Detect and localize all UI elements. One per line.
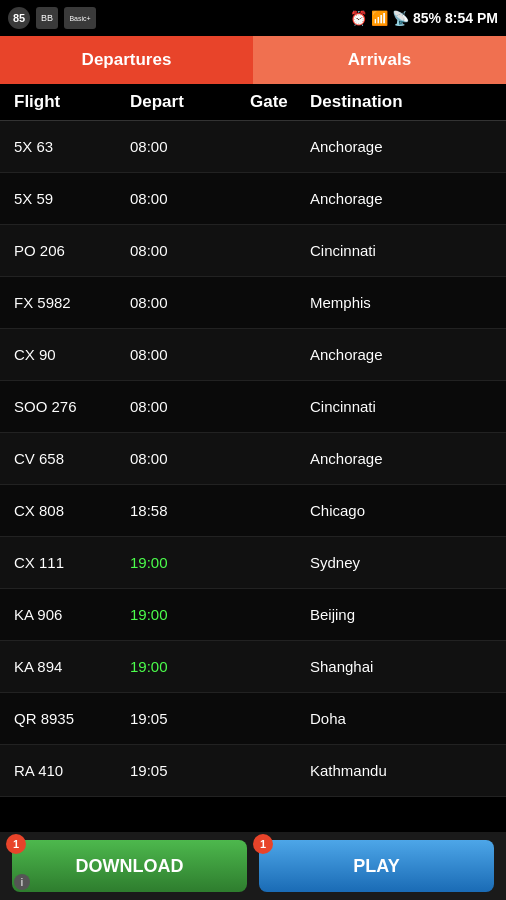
battery-text: 85% <box>413 10 441 26</box>
signal-icon: 📡 <box>392 10 409 26</box>
cell-flight: KA 894 <box>0 658 130 675</box>
cell-depart: 19:00 <box>130 606 250 623</box>
time-display: 8:54 PM <box>445 10 498 26</box>
cell-destination: Anchorage <box>310 138 506 155</box>
cell-flight: CX 111 <box>0 554 130 571</box>
table-body: 5X 6308:00Anchorage5X 5908:00AnchoragePO… <box>0 121 506 797</box>
table-row[interactable]: PO 20608:00Cincinnati <box>0 225 506 277</box>
play-badge: 1 <box>253 834 273 854</box>
alarm-icon: ⏰ <box>350 10 367 26</box>
download-badge: 1 <box>6 834 26 854</box>
cell-flight: RA 410 <box>0 762 130 779</box>
download-button[interactable]: 1 DOWNLOAD i <box>12 840 247 892</box>
status-left: 85 BB Basic+ <box>8 7 96 29</box>
cell-destination: Doha <box>310 710 506 727</box>
cell-destination: Memphis <box>310 294 506 311</box>
cell-depart: 08:00 <box>130 138 250 155</box>
cell-destination: Kathmandu <box>310 762 506 779</box>
info-icon: i <box>14 874 30 890</box>
cell-depart: 19:00 <box>130 554 250 571</box>
status-right: ⏰ 📶 📡 85% 8:54 PM <box>350 10 498 26</box>
table-row[interactable]: CX 80818:58Chicago <box>0 485 506 537</box>
cell-depart: 08:00 <box>130 346 250 363</box>
table-row[interactable]: SOO 27608:00Cincinnati <box>0 381 506 433</box>
cell-destination: Anchorage <box>310 190 506 207</box>
wifi-icon: 📶 <box>371 10 388 26</box>
status-bar: 85 BB Basic+ ⏰ 📶 📡 85% 8:54 PM <box>0 0 506 36</box>
cell-destination: Cincinnati <box>310 398 506 415</box>
cell-flight: KA 906 <box>0 606 130 623</box>
cell-flight: CV 658 <box>0 450 130 467</box>
cell-depart: 08:00 <box>130 398 250 415</box>
table-row[interactable]: CX 9008:00Anchorage <box>0 329 506 381</box>
basic-icon: Basic+ <box>64 7 96 29</box>
table-row[interactable]: 5X 6308:00Anchorage <box>0 121 506 173</box>
header-gate: Gate <box>250 92 310 112</box>
cell-flight: CX 808 <box>0 502 130 519</box>
cell-destination: Shanghai <box>310 658 506 675</box>
cell-destination: Anchorage <box>310 450 506 467</box>
cell-depart: 08:00 <box>130 242 250 259</box>
cell-flight: CX 90 <box>0 346 130 363</box>
bottom-bar: 1 DOWNLOAD i 1 PLAY <box>0 832 506 900</box>
cell-depart: 19:05 <box>130 762 250 779</box>
table-header: Flight Depart Gate Destination <box>0 84 506 121</box>
tab-departures[interactable]: Departures <box>0 36 253 84</box>
cell-depart: 19:00 <box>130 658 250 675</box>
cell-flight: 5X 63 <box>0 138 130 155</box>
table-row[interactable]: CX 11119:00Sydney <box>0 537 506 589</box>
tab-arrivals[interactable]: Arrivals <box>253 36 506 84</box>
table-row[interactable]: QR 893519:05Doha <box>0 693 506 745</box>
table-row[interactable]: KA 89419:00Shanghai <box>0 641 506 693</box>
cell-depart: 18:58 <box>130 502 250 519</box>
header-destination: Destination <box>310 92 506 112</box>
table-row[interactable]: FX 598208:00Memphis <box>0 277 506 329</box>
table-row[interactable]: 5X 5908:00Anchorage <box>0 173 506 225</box>
tab-bar: Departures Arrivals <box>0 36 506 84</box>
cell-destination: Chicago <box>310 502 506 519</box>
battery-circle: 85 <box>8 7 30 29</box>
cell-destination: Cincinnati <box>310 242 506 259</box>
cell-destination: Beijing <box>310 606 506 623</box>
cell-flight: PO 206 <box>0 242 130 259</box>
cell-flight: SOO 276 <box>0 398 130 415</box>
cell-depart: 08:00 <box>130 190 250 207</box>
cell-depart: 19:05 <box>130 710 250 727</box>
bb-icon: BB <box>36 7 58 29</box>
header-flight: Flight <box>0 92 130 112</box>
table-row[interactable]: RA 41019:05Kathmandu <box>0 745 506 797</box>
header-depart: Depart <box>130 92 250 112</box>
cell-flight: 5X 59 <box>0 190 130 207</box>
table-row[interactable]: KA 90619:00Beijing <box>0 589 506 641</box>
play-button[interactable]: 1 PLAY <box>259 840 494 892</box>
cell-destination: Sydney <box>310 554 506 571</box>
cell-depart: 08:00 <box>130 450 250 467</box>
cell-flight: FX 5982 <box>0 294 130 311</box>
table-row[interactable]: CV 65808:00Anchorage <box>0 433 506 485</box>
cell-depart: 08:00 <box>130 294 250 311</box>
cell-flight: QR 8935 <box>0 710 130 727</box>
cell-destination: Anchorage <box>310 346 506 363</box>
